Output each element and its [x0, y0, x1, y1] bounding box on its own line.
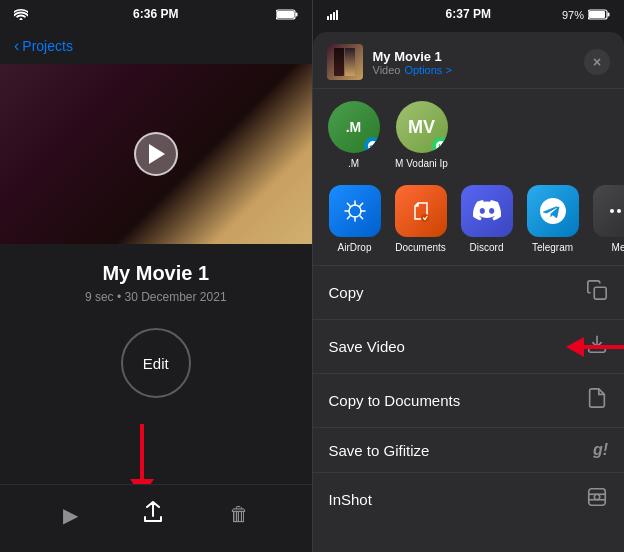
options-link[interactable]: Options > — [404, 64, 451, 76]
movie-thumb-small — [327, 44, 363, 80]
edit-btn-wrap: Edit — [0, 314, 312, 408]
contact-name-m: .M — [348, 158, 359, 169]
documents-action-icon — [586, 387, 608, 414]
more-label: Me — [612, 242, 624, 253]
edit-button[interactable]: Edit — [121, 328, 191, 398]
telegram-badge — [364, 137, 380, 153]
discord-icon — [461, 185, 513, 237]
arrow-head-right — [566, 337, 584, 357]
movie-info: My Movie 1 9 sec • 30 December 2021 — [0, 244, 312, 314]
status-bar-right: 6:37 PM 97% — [313, 0, 625, 28]
share-sheet: My Movie 1 Video Options > × .M .M — [313, 32, 625, 552]
action-save-video[interactable]: Save Video — [313, 320, 625, 374]
nav-bar-left: ‹ Projects — [0, 28, 312, 64]
svg-point-18 — [594, 494, 600, 500]
right-panel: 6:37 PM 97% My Movie 1 Video Options > — [313, 0, 625, 552]
svg-point-10 — [349, 205, 361, 217]
svg-point-11 — [421, 214, 429, 222]
arrow-shaft — [140, 424, 144, 479]
whatsapp-badge — [432, 137, 448, 153]
app-item-more[interactable]: Me — [591, 185, 625, 253]
svg-rect-17 — [589, 489, 606, 506]
movie-meta: 9 sec • 30 December 2021 — [10, 290, 302, 304]
share-toolbar-icon[interactable] — [139, 497, 167, 532]
back-button[interactable]: ‹ Projects — [14, 37, 73, 55]
close-button[interactable]: × — [584, 49, 610, 75]
play-toolbar-icon[interactable]: ▶ — [59, 499, 82, 531]
film-seg-2 — [345, 48, 355, 76]
delete-toolbar-icon[interactable]: 🗑 — [225, 499, 253, 530]
airdrop-label: AirDrop — [338, 242, 372, 253]
app-item-airdrop[interactable]: AirDrop — [327, 185, 383, 253]
bottom-toolbar: ▶ 🗑 — [0, 484, 312, 552]
contact-initial-m: .M — [346, 119, 362, 135]
discord-label: Discord — [470, 242, 504, 253]
action-copy-label: Copy — [329, 284, 364, 301]
contact-avatar-m: .M — [328, 101, 380, 153]
action-copy-documents[interactable]: Copy to Documents — [313, 374, 625, 428]
action-list: Copy Save Video — [313, 266, 625, 552]
inshot-icon — [586, 486, 608, 513]
chevron-left-icon: ‹ — [14, 37, 19, 55]
left-panel: 6:36 PM ‹ Projects My Movie 1 9 sec • 30… — [0, 0, 312, 552]
apps-row: AirDrop Documents — [313, 177, 625, 266]
film-seg-1 — [334, 48, 344, 76]
documents-icon — [395, 185, 447, 237]
more-icon — [593, 185, 625, 237]
action-save-gifitize[interactable]: Save to Gifitize g! — [313, 428, 625, 473]
back-label: Projects — [22, 38, 73, 54]
contact-avatar-vodani: MV — [396, 101, 448, 153]
svg-rect-15 — [594, 287, 606, 299]
share-movie-title: My Movie 1 — [373, 49, 585, 64]
action-inshot[interactable]: InShot — [313, 473, 625, 526]
status-bar-left: 6:36 PM — [0, 0, 312, 28]
contact-item-vodani[interactable]: MV M Vodani Ip — [395, 101, 449, 169]
gif-icon: g! — [593, 441, 608, 459]
svg-rect-2 — [295, 12, 297, 16]
action-save-video-label: Save Video — [329, 338, 405, 355]
video-thumbnail[interactable] — [0, 64, 312, 244]
contact-item-m[interactable]: .M .M — [327, 101, 381, 169]
download-icon — [586, 333, 608, 360]
share-header: My Movie 1 Video Options > × — [313, 32, 625, 89]
movie-title: My Movie 1 — [10, 262, 302, 285]
share-title-block: My Movie 1 Video Options > — [373, 49, 585, 76]
action-copy-docs-label: Copy to Documents — [329, 392, 461, 409]
play-button[interactable] — [134, 132, 178, 176]
action-gifitize-label: Save to Gifitize — [329, 442, 430, 459]
status-icons-right-left — [276, 9, 298, 22]
time-right: 6:37 PM — [313, 7, 625, 21]
svg-rect-1 — [277, 11, 294, 18]
copy-icon — [586, 279, 608, 306]
documents-label: Documents — [395, 242, 446, 253]
battery-icon-left — [276, 9, 298, 22]
status-icons-left — [14, 9, 28, 22]
time-left: 6:36 PM — [133, 7, 178, 21]
svg-point-13 — [617, 209, 621, 213]
share-subtitle: Video — [373, 64, 401, 76]
telegram-label: Telegram — [532, 242, 573, 253]
app-item-telegram[interactable]: Telegram — [525, 185, 581, 253]
contacts-row: .M .M MV M Vodani Ip — [313, 89, 625, 177]
app-item-documents[interactable]: Documents — [393, 185, 449, 253]
contact-name-vodani: M Vodani Ip — [395, 158, 448, 169]
wifi-icon — [14, 9, 28, 22]
film-strip — [334, 48, 355, 76]
action-copy[interactable]: Copy — [313, 266, 625, 320]
play-triangle-icon — [149, 144, 165, 164]
app-item-discord[interactable]: Discord — [459, 185, 515, 253]
svg-point-12 — [610, 209, 614, 213]
airdrop-icon — [329, 185, 381, 237]
action-inshot-label: InShot — [329, 491, 372, 508]
telegram-icon — [527, 185, 579, 237]
